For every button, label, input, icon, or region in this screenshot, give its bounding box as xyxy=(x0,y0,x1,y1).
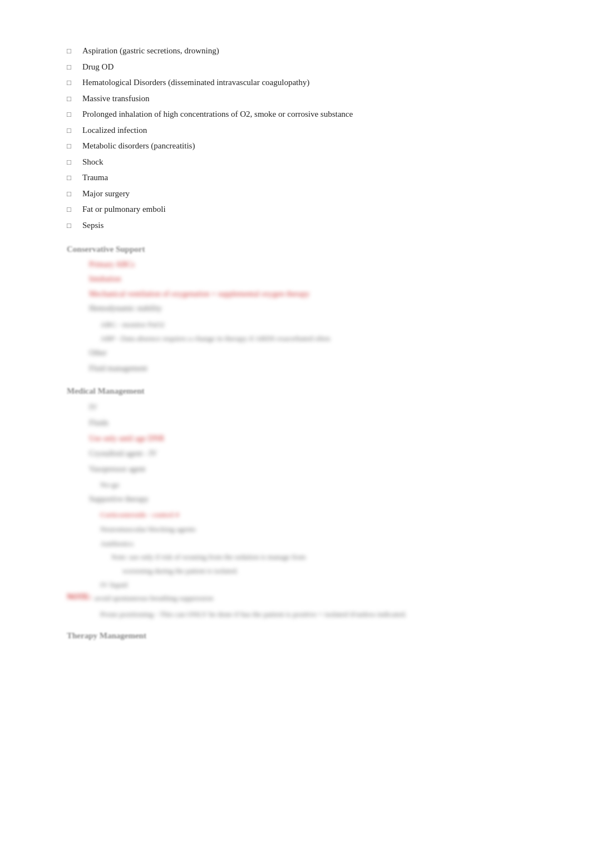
conservative-sub-7: Other xyxy=(89,347,535,359)
list-item-text: Sepsis xyxy=(82,219,104,232)
conservative-sub-3: Mechanical ventilation of oxygenation + … xyxy=(89,288,535,300)
medical-sub-13: IV liquid xyxy=(100,579,535,591)
bullet-icon: □ xyxy=(67,203,77,215)
note-label-red: NOTE: xyxy=(67,593,93,602)
bullet-icon: □ xyxy=(67,92,77,105)
medical-sub-4: Crystalloid agent - IV xyxy=(89,448,535,460)
bullet-icon: □ xyxy=(67,171,77,183)
medical-sub-1: IV xyxy=(89,401,535,414)
medical-sub-11: Note: use only if risk of weaning from t… xyxy=(111,552,535,563)
medical-management-section: Medical Management IV Fluids Use only un… xyxy=(67,386,535,621)
conservative-sub-1: Primary ABCs xyxy=(89,259,535,271)
conservative-sub-8: Fluid management xyxy=(89,363,535,375)
list-item-text: Drug OD xyxy=(82,61,114,73)
medical-sub-6: No-go xyxy=(100,479,535,491)
bullet-icon: □ xyxy=(67,219,77,231)
list-item-text: Prolonged inhalation of high concentrati… xyxy=(82,108,353,121)
list-item-text: Metabolic disorders (pancreatitis) xyxy=(82,140,195,152)
conservative-sub-5: ABG - monitor PaO2 xyxy=(100,319,535,331)
list-item-text: Hematological Disorders (disseminated in… xyxy=(82,76,309,89)
list-item: □ Major surgery xyxy=(67,187,535,200)
medical-sub-3: Use only until age DNR xyxy=(89,433,535,445)
list-item: □ Hematological Disorders (disseminated … xyxy=(67,76,535,89)
bullet-icon: □ xyxy=(67,156,77,168)
bullet-icon: □ xyxy=(67,124,77,136)
list-item-text: Localized infection xyxy=(82,124,147,137)
list-item-text: Trauma xyxy=(82,171,108,184)
list-item-text: Aspiration (gastric secretions, drowning… xyxy=(82,44,219,57)
medical-sub-2: Fluids xyxy=(89,417,535,429)
conservative-support-heading: Conservative Support xyxy=(67,245,535,254)
medical-management-heading: Medical Management xyxy=(67,386,535,396)
list-item: □ Prolonged inhalation of high concentra… xyxy=(67,108,535,121)
therapy-management-heading: Therapy Management xyxy=(67,631,535,641)
list-item: □ Trauma xyxy=(67,171,535,184)
bullet-icon: □ xyxy=(67,140,77,152)
bullet-icon: □ xyxy=(67,108,77,120)
bullet-icon: □ xyxy=(67,61,77,73)
medical-sub-12: worsening during the patient is isolated… xyxy=(122,566,535,577)
list-item-text: Fat or pulmonary emboli xyxy=(82,203,166,216)
medical-sub-9: Neuromuscular blocking agents xyxy=(100,523,535,535)
medical-sub-5: Vasopressor agent xyxy=(89,463,535,475)
list-item: □ Aspiration (gastric secretions, drowni… xyxy=(67,44,535,57)
list-item: □ Drug OD xyxy=(67,61,535,73)
conservative-support-section: Conservative Support Primary ABCs Intuba… xyxy=(67,245,535,375)
note-text: avoid spontaneous breathing suppression xyxy=(95,593,213,604)
list-item: □ Localized infection xyxy=(67,124,535,137)
therapy-management-section: Therapy Management xyxy=(67,631,535,641)
list-item: □ Fat or pulmonary emboli xyxy=(67,203,535,216)
medical-sub-7: Supportive therapy xyxy=(89,493,535,505)
bullet-list: □ Aspiration (gastric secretions, drowni… xyxy=(67,44,535,231)
list-item-text: Shock xyxy=(82,156,104,168)
list-item-text: Major surgery xyxy=(82,187,130,200)
list-item-text: Massive transfusion xyxy=(82,92,149,105)
list-item: □ Sepsis xyxy=(67,219,535,232)
medical-sub-14: Prone positioning - This can ONLY be don… xyxy=(100,608,535,621)
conservative-sub-2: Intubation xyxy=(89,273,535,285)
list-item: □ Metabolic disorders (pancreatitis) xyxy=(67,140,535,152)
bullet-icon: □ xyxy=(67,44,77,57)
bullet-icon: □ xyxy=(67,76,77,88)
conservative-sub-6: ABP - Data absence requires a change in … xyxy=(100,333,535,345)
bullet-icon: □ xyxy=(67,187,77,200)
medical-sub-10: Antibiotics xyxy=(100,538,535,550)
list-item: □ Shock xyxy=(67,156,535,168)
medical-sub-8: Corticosteroids - control # xyxy=(100,509,535,521)
list-item: □ Massive transfusion xyxy=(67,92,535,105)
conservative-sub-4: Hemodynamic stability xyxy=(89,302,535,315)
